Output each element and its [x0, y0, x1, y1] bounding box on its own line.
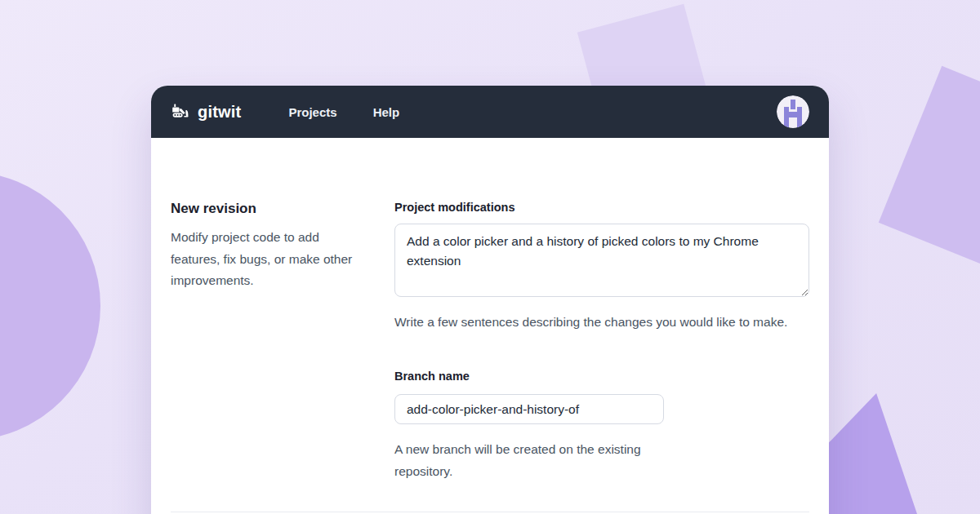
- section-divider: [171, 512, 809, 512]
- branch-name-help: A new branch will be created on the exis…: [394, 439, 660, 482]
- app-window: gitwit Projects Help: [151, 86, 829, 514]
- branch-name-label: Branch name: [394, 370, 809, 383]
- primary-nav: Projects Help: [288, 105, 399, 119]
- branch-name-input[interactable]: [394, 394, 664, 424]
- decor-quad-shape: [879, 66, 980, 286]
- user-avatar[interactable]: [777, 95, 809, 128]
- nav-item-help[interactable]: Help: [373, 105, 400, 119]
- project-modifications-textarea[interactable]: Add a color picker and a history of pick…: [394, 224, 809, 297]
- revision-form: Project modifications Add a color picker…: [394, 201, 809, 482]
- brand-home-link[interactable]: gitwit: [171, 102, 241, 122]
- bulldozer-icon: [171, 102, 190, 122]
- brand-name: gitwit: [198, 103, 241, 122]
- identicon-avatar-icon: [777, 95, 809, 128]
- project-modifications-help: Write a few sentences describing the cha…: [394, 312, 809, 333]
- decor-circle-shape: [0, 171, 100, 441]
- page-intro: New revision Modify project code to add …: [171, 201, 394, 482]
- new-revision-page: New revision Modify project code to add …: [151, 138, 829, 482]
- navbar: gitwit Projects Help: [151, 86, 829, 138]
- project-modifications-label: Project modifications: [394, 201, 809, 214]
- page-description: Modify project code to add features, fix…: [171, 227, 367, 292]
- page-title: New revision: [171, 201, 394, 217]
- nav-item-projects[interactable]: Projects: [288, 105, 336, 119]
